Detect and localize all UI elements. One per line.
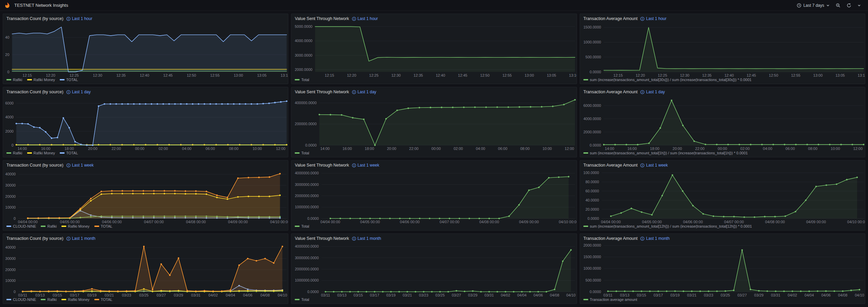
legend-label: Rafiki	[47, 224, 57, 228]
chart-canvas[interactable]: 020004000600014:0016:0018:0020:0022:0000…	[3, 95, 288, 151]
legend-item[interactable]: sum (increase(transactions_amount_total[…	[583, 78, 752, 82]
chart-canvas[interactable]: 0204012:1512:2012:2512:3012:3512:4012:45…	[3, 22, 288, 78]
panel-10: Transaction Count (by source)Last 1 mont…	[3, 233, 288, 304]
legend-item[interactable]: Rafiki	[6, 78, 22, 82]
svg-text:04/10: 04/10	[566, 293, 576, 297]
panel-title[interactable]: Value Sent Through Network	[295, 90, 349, 94]
panel-time-range-link[interactable]: Last 1 month	[640, 236, 669, 241]
panel-time-range-link[interactable]: Last 1 month	[66, 236, 95, 241]
svg-text:2000: 2000	[5, 129, 13, 133]
legend-label: Total	[301, 151, 309, 155]
panel-time-range-link[interactable]: Last 1 week	[352, 163, 379, 168]
svg-text:04/06: 04/06	[534, 293, 543, 297]
panel-title[interactable]: Value Sent Through Network	[295, 16, 349, 21]
chart-canvas[interactable]: 0.000020.000040.000060.000080.0000100.00…	[580, 168, 865, 224]
legend-item[interactable]: Total	[295, 224, 309, 228]
legend-item[interactable]: TOTAL	[94, 224, 112, 228]
chart-canvas[interactable]: 0.00001000000.00002000000.00003000000.00…	[291, 168, 576, 224]
svg-text:3000000.0000: 3000000.0000	[295, 183, 319, 187]
svg-text:22:00: 22:00	[695, 147, 705, 151]
legend-item[interactable]: Rafiki Money	[27, 151, 55, 155]
panel-title[interactable]: Transaction Count (by source)	[6, 16, 64, 21]
legend: CLOUD-NINERafikiRafiki MoneyTOTAL	[3, 298, 288, 304]
legend-item[interactable]: Total	[295, 78, 309, 82]
svg-text:4000000.0000: 4000000.0000	[295, 244, 319, 248]
chart-canvas[interactable]: 0.00002000.00004000.00006000.000014:0016…	[580, 95, 865, 151]
panel-title[interactable]: Value Sent Through Network	[295, 236, 349, 241]
legend-item[interactable]: Rafiki	[41, 224, 57, 228]
panel-title[interactable]: Transaction Average Amount	[583, 90, 638, 94]
panel-time-range-link[interactable]: Last 1 week	[66, 163, 94, 168]
legend-item[interactable]: Rafiki Money	[61, 224, 90, 228]
panel-title[interactable]: Transaction Average Amount	[583, 236, 638, 241]
panel-time-range-link[interactable]: Last 1 day	[352, 90, 376, 94]
legend-label: TOTAL	[66, 151, 78, 155]
panel-time-range-link[interactable]: Last 1 hour	[66, 16, 92, 21]
legend-item[interactable]: TOTAL	[94, 298, 112, 302]
svg-text:40000: 40000	[5, 245, 16, 249]
legend-item[interactable]: TOTAL	[60, 78, 78, 82]
legend-label: Total	[301, 78, 309, 82]
svg-text:20000: 20000	[5, 268, 16, 272]
chart-canvas[interactable]: 01000020000300004000004/04 00:0004/05 00…	[3, 168, 288, 224]
legend-item[interactable]: sum (increase(transactions_amount_total[…	[583, 224, 752, 228]
legend-item[interactable]: Total	[295, 298, 309, 302]
legend-label: Total	[301, 298, 309, 302]
svg-text:03/23: 03/23	[704, 293, 713, 297]
panel-range-label: Last 1 week	[358, 163, 379, 168]
panel-title[interactable]: Transaction Count (by source)	[6, 90, 64, 94]
panel-title[interactable]: Transaction Count (by source)	[6, 163, 64, 168]
svg-text:03/15: 03/15	[354, 293, 363, 297]
legend-item[interactable]: CLOUD-NINE	[6, 224, 36, 228]
legend-item[interactable]: Rafiki Money	[27, 78, 55, 82]
svg-text:2000000.0000: 2000000.0000	[295, 267, 319, 271]
chart-area: 01000020000300004000003/1103/1303/1503/1…	[3, 242, 288, 298]
legend-item[interactable]: Rafiki Money	[61, 298, 90, 302]
refresh-button[interactable]	[844, 2, 854, 9]
svg-text:16:00: 16:00	[343, 147, 352, 151]
panel-time-range-link[interactable]: Last 1 hour	[640, 16, 666, 21]
legend-swatch-icon	[27, 152, 32, 154]
legend-item[interactable]: sum (increase(transactions_amount_total[…	[583, 151, 748, 155]
refresh-interval-dropdown-button[interactable]	[855, 2, 863, 8]
svg-text:03/25: 03/25	[435, 293, 445, 297]
legend-item[interactable]: Rafiki	[6, 151, 22, 155]
legend-item[interactable]: CLOUD-NINE	[6, 298, 36, 302]
panel-title[interactable]: Transaction Average Amount	[583, 16, 638, 21]
chart-canvas[interactable]: 0.0000200000.0000400000.000014:0016:0018…	[291, 95, 576, 151]
panel-time-range-link[interactable]: Last 1 day	[66, 90, 91, 94]
panel-title[interactable]: Value Sent Through Network	[295, 163, 349, 168]
chart-canvas[interactable]: 0.00001000000.00002000000.00003000000.00…	[291, 242, 576, 298]
panel-title[interactable]: Transaction Average Amount	[583, 163, 638, 168]
legend-label: TOTAL	[66, 78, 78, 82]
panel-title[interactable]: Transaction Count (by source)	[6, 236, 64, 241]
chart-canvas[interactable]: 2000.00003000.00004000.00005000.000012:1…	[291, 22, 576, 78]
svg-text:12:45: 12:45	[746, 73, 756, 77]
legend-item[interactable]: Transaction average amount	[583, 298, 637, 302]
svg-text:04/07 00:00: 04/07 00:00	[144, 220, 164, 224]
legend-item[interactable]: Total	[295, 151, 309, 155]
svg-text:12:55: 12:55	[503, 73, 512, 77]
svg-text:03/15: 03/15	[53, 293, 62, 297]
svg-text:04/02: 04/02	[788, 293, 797, 297]
zoom-out-button[interactable]	[833, 2, 843, 9]
legend-item[interactable]: Rafiki	[41, 298, 57, 302]
svg-text:13:10: 13:10	[569, 73, 577, 77]
chart-canvas[interactable]: 0.0000500.00001000.00001500.00002000.000…	[580, 242, 865, 298]
panel-time-range-link[interactable]: Last 1 day	[640, 90, 665, 94]
panel-4: Transaction Count (by source)Last 1 day0…	[3, 87, 288, 157]
svg-text:04:00: 04:00	[476, 147, 485, 151]
time-range-picker-button[interactable]: Last 7 days	[794, 2, 832, 9]
chart-canvas[interactable]: 01000020000300004000003/1103/1303/1503/1…	[3, 242, 288, 298]
grafana-logo[interactable]	[4, 2, 11, 9]
panel-5: Value Sent Through NetworkLast 1 day0.00…	[291, 87, 577, 157]
panel-time-range-link[interactable]: Last 1 week	[640, 163, 668, 168]
chart-canvas[interactable]: 0.0000500.00001000.00001500.000012:1512:…	[580, 22, 865, 78]
panel-time-range-link[interactable]: Last 1 hour	[352, 16, 378, 21]
panel-time-range-link[interactable]: Last 1 month	[352, 236, 381, 241]
legend-item[interactable]: TOTAL	[60, 151, 78, 155]
panel-range-label: Last 1 week	[72, 163, 94, 168]
svg-text:03/11: 03/11	[603, 293, 613, 297]
svg-text:03/21: 03/21	[403, 293, 412, 297]
legend-swatch-icon	[295, 299, 300, 300]
